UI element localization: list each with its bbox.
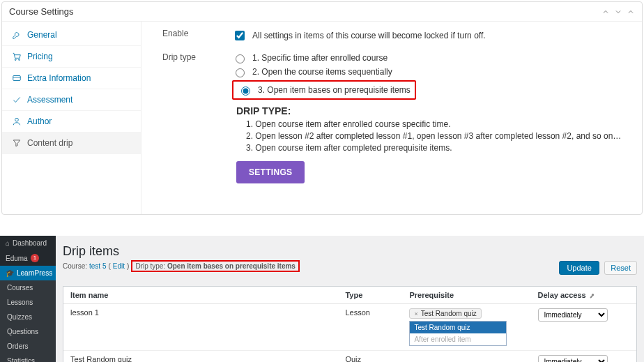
sidebar-item-pricing[interactable]: Pricing [2, 46, 141, 68]
collapse-icon[interactable] [627, 8, 635, 16]
tag-text: Test Random quiz [421, 310, 477, 317]
row-type: Quiz [345, 355, 409, 362]
table-row: lesson 1 Lesson × Test Random quiz Test … [63, 304, 636, 351]
svg-point-1 [19, 59, 20, 61]
wp-sub-label: Orders [7, 342, 29, 350]
sidebar-item-author[interactable]: Author [2, 111, 141, 133]
driptype-desc-2: 2. Open lesson #2 after completed lesson… [246, 131, 628, 141]
table-header: Item name Type Prerequisite Delay access [63, 287, 636, 304]
driptype-highlight-box-2: Drip type: Open item bases on prerequisi… [131, 260, 300, 272]
driptype-opt2-text: 2. Open the course items sequentially [252, 67, 392, 77]
row-type: Lesson [345, 308, 409, 317]
enable-text: All settings in items of this course wil… [252, 31, 486, 40]
wp-sub-statistics[interactable]: Statistics [0, 354, 56, 362]
driptype-radio-1[interactable] [236, 54, 245, 63]
wp-sub-label: Statistics [7, 357, 35, 362]
course-settings-panel: Course Settings General Pricing Extra In… [1, 1, 643, 215]
wp-side-dashboard[interactable]: ⌂ Dashboard [0, 236, 56, 250]
col-type-head: Type [345, 291, 409, 299]
eduma-badge: 1 [31, 254, 39, 262]
sidebar-item-label: Assessment [27, 95, 72, 105]
wp-sub-quizzes[interactable]: Quizzes [0, 310, 56, 324]
enable-checkbox-row[interactable]: All settings in items of this course wil… [232, 29, 628, 43]
svg-rect-2 [13, 76, 21, 81]
driptype-desc-3: 3. Open course item after completed prer… [246, 143, 628, 153]
wp-sub-orders[interactable]: Orders [0, 339, 56, 354]
enable-checkbox[interactable] [235, 31, 245, 40]
wp-sidebar: ⌂ Dashboard Eduma 1 🎓 LearnPress Courses… [0, 236, 56, 362]
dropdown-option[interactable]: After enrolled item [410, 333, 506, 345]
action-buttons-top: Update Reset [559, 261, 637, 275]
cart-icon [12, 52, 22, 61]
course-label: Course: [63, 262, 87, 270]
user-icon [12, 116, 22, 126]
driptype-opt1[interactable]: 1. Specific time after enrolled course [232, 52, 628, 63]
sidebar-item-content-drip[interactable]: Content drip [2, 133, 141, 154]
learnpress-icon: 🎓 [6, 269, 14, 277]
course-link[interactable]: test 5 [89, 262, 106, 270]
wp-side-label: Eduma [6, 255, 28, 262]
driptype-opt1-text: 1. Specific time after enrolled course [252, 53, 388, 63]
card-icon [12, 73, 22, 83]
paren-open: ( [108, 262, 110, 270]
wp-sub-courses[interactable]: Courses [0, 280, 56, 295]
col-delay-head: Delay access [538, 291, 629, 299]
tag-remove-icon[interactable]: × [414, 310, 417, 317]
col-name-head: Item name [70, 291, 345, 299]
col-pre-head: Prerequisite [409, 291, 537, 299]
page-title: Drip items [63, 244, 637, 259]
sidebar-item-general[interactable]: General [2, 24, 141, 46]
wp-side-learnpress[interactable]: 🎓 LearnPress [0, 266, 56, 280]
wp-side-eduma[interactable]: Eduma 1 [0, 250, 56, 266]
tool-icon [12, 30, 22, 40]
wp-admin-frame: ⌂ Dashboard Eduma 1 🎓 LearnPress Courses… [0, 236, 644, 362]
sidebar-item-label: Content drip [27, 138, 72, 148]
wp-side-label: LearnPress [17, 269, 52, 277]
sidebar-item-label: Author [27, 116, 52, 126]
dropdown-option[interactable]: Test Random quiz [410, 322, 506, 333]
settings-sidebar: General Pricing Extra Information Assess… [2, 22, 141, 214]
driptype-desc-head: DRIP TYPE: [236, 105, 628, 116]
driptype-radio-3[interactable] [241, 86, 250, 96]
drip-items-table: Item name Type Prerequisite Delay access… [63, 286, 637, 362]
panel-header: Course Settings [2, 2, 642, 22]
sidebar-item-label: Extra Information [27, 73, 91, 83]
driptype-label: Drip type [162, 52, 232, 183]
panel-header-icons [601, 8, 635, 16]
delay-select[interactable]: Immediately [538, 355, 608, 362]
row-prerequisite: × Test Random quiz Test Random quiz Afte… [409, 308, 537, 346]
driptype-opt2[interactable]: 2. Open the course items sequentially [232, 66, 628, 77]
reset-button[interactable]: Reset [604, 261, 637, 275]
row-name: Test Random quiz [70, 355, 345, 362]
sidebar-item-label: Pricing [27, 52, 53, 61]
chevron-up-icon[interactable] [601, 8, 610, 16]
wrench-icon[interactable] [589, 292, 597, 299]
col-delay-text: Delay access [538, 291, 586, 299]
wp-sub-label: Lessons [7, 299, 33, 306]
driptype-opt3-text: 3. Open item bases on prerequisite items [258, 85, 411, 95]
update-button[interactable]: Update [559, 261, 599, 275]
prereq-tag[interactable]: × Test Random quiz [409, 308, 481, 319]
prereq-dropdown[interactable]: Test Random quiz After enrolled item [409, 321, 507, 346]
check-icon [12, 95, 22, 105]
wp-main: Drip items Course: test 5 (Edit) Drip ty… [56, 236, 644, 362]
settings-button[interactable]: SETTINGS [236, 161, 305, 183]
filter-icon [12, 138, 22, 148]
wp-sub-label: Quizzes [7, 313, 32, 321]
page-subinfo: Course: test 5 (Edit) Drip type: Open it… [63, 260, 637, 272]
sidebar-item-assessment[interactable]: Assessment [2, 89, 141, 111]
driptype-highlight-box: 3. Open item bases on prerequisite items [232, 80, 416, 100]
sidebar-item-label: General [27, 30, 57, 40]
edit-link[interactable]: Edit [113, 262, 125, 270]
wp-sub-lessons[interactable]: Lessons [0, 295, 56, 310]
svg-point-0 [15, 59, 16, 61]
chevron-down-icon[interactable] [614, 8, 622, 16]
sidebar-item-extra[interactable]: Extra Information [2, 68, 141, 89]
wp-sub-label: Questions [7, 328, 38, 335]
driptype-description: DRIP TYPE: 1. Open course item after enr… [232, 105, 628, 183]
panel-title: Course Settings [9, 6, 74, 17]
delay-select[interactable]: Immediately [538, 308, 608, 322]
driptype-sub-value: Open item bases on prerequisite items [167, 262, 296, 270]
driptype-radio-2[interactable] [236, 68, 245, 77]
wp-sub-questions[interactable]: Questions [0, 324, 56, 339]
